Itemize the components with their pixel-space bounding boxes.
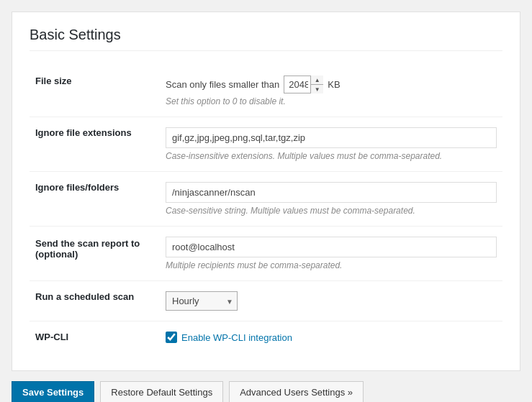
scheduled-scan-select-wrapper: Disabled Hourly Daily Weekly ▼ <box>166 291 238 311</box>
wp-cli-value-cell: Enable WP-CLI integration <box>160 321 502 354</box>
wp-cli-checkbox-label: Enable WP-CLI integration <box>181 332 292 343</box>
ignore-extensions-input[interactable] <box>166 127 497 148</box>
file-size-spinner: ▲ ▼ <box>310 76 323 93</box>
ignore-extensions-value-cell: Case-insensitive extensions. Multiple va… <box>160 117 502 172</box>
file-size-controls: Scan only files smaller than ▲ ▼ KB <box>166 76 497 93</box>
scheduled-scan-select[interactable]: Disabled Hourly Daily Weekly <box>166 291 238 311</box>
file-size-prefix: Scan only files smaller than <box>166 79 279 90</box>
page-title: Basic Settings <box>30 27 502 51</box>
scan-report-label2: (optional) <box>35 249 78 260</box>
restore-defaults-button[interactable]: Restore Default Settings <box>100 381 223 402</box>
ignore-files-value-cell: Case-sensitive string. Multiple values m… <box>160 172 502 227</box>
scan-report-help: Multiple recipients must be comma-separa… <box>166 260 497 270</box>
ignore-extensions-label: Ignore file extensions <box>30 117 160 172</box>
file-size-input-wrapper: ▲ ▼ <box>284 76 323 93</box>
file-size-value-cell: Scan only files smaller than ▲ ▼ KB Set … <box>160 65 502 117</box>
advanced-settings-button[interactable]: Advanced Users Settings » <box>229 381 364 402</box>
file-size-decrement[interactable]: ▼ <box>311 85 323 93</box>
page-wrapper: Basic Settings File size Scan only files… <box>0 0 532 402</box>
ignore-files-label: Ignore files/folders <box>30 172 160 227</box>
ignore-extensions-row: Ignore file extensions Case-insensitive … <box>30 117 502 172</box>
scan-report-label: Send the scan report to <box>35 238 140 249</box>
file-size-increment[interactable]: ▲ <box>311 76 323 85</box>
scheduled-scan-label: Run a scheduled scan <box>30 281 160 321</box>
ignore-files-row: Ignore files/folders Case-sensitive stri… <box>30 172 502 227</box>
scheduled-scan-value-cell: Disabled Hourly Daily Weekly ▼ <box>160 281 502 321</box>
ignore-files-input[interactable] <box>166 182 497 203</box>
save-settings-button[interactable]: Save Settings <box>12 381 94 402</box>
file-size-unit: KB <box>328 79 340 90</box>
wp-cli-label: WP-CLI <box>30 321 160 354</box>
scan-report-value-cell: Multiple recipients must be comma-separa… <box>160 227 502 281</box>
file-size-row: File size Scan only files smaller than ▲… <box>30 65 502 117</box>
scan-report-row: Send the scan report to (optional) Multi… <box>30 227 502 281</box>
ignore-files-help: Case-sensitive string. Multiple values m… <box>166 206 497 216</box>
settings-table: File size Scan only files smaller than ▲… <box>30 65 502 353</box>
ignore-extensions-help: Case-insensitive extensions. Multiple va… <box>166 151 497 161</box>
scan-report-input[interactable] <box>166 237 497 257</box>
wp-cli-row: WP-CLI Enable WP-CLI integration <box>30 321 502 354</box>
wp-cli-checkbox-row: Enable WP-CLI integration <box>166 332 497 343</box>
scheduled-scan-row: Run a scheduled scan Disabled Hourly Dai… <box>30 281 502 321</box>
wp-cli-checkbox[interactable] <box>166 332 177 343</box>
file-size-help: Set this option to 0 to disable it. <box>166 96 497 106</box>
file-size-label: File size <box>30 65 160 117</box>
settings-card: Basic Settings File size Scan only files… <box>12 12 520 371</box>
footer-buttons: Save Settings Restore Default Settings A… <box>12 381 520 402</box>
scan-report-label-cell: Send the scan report to (optional) <box>30 227 160 281</box>
